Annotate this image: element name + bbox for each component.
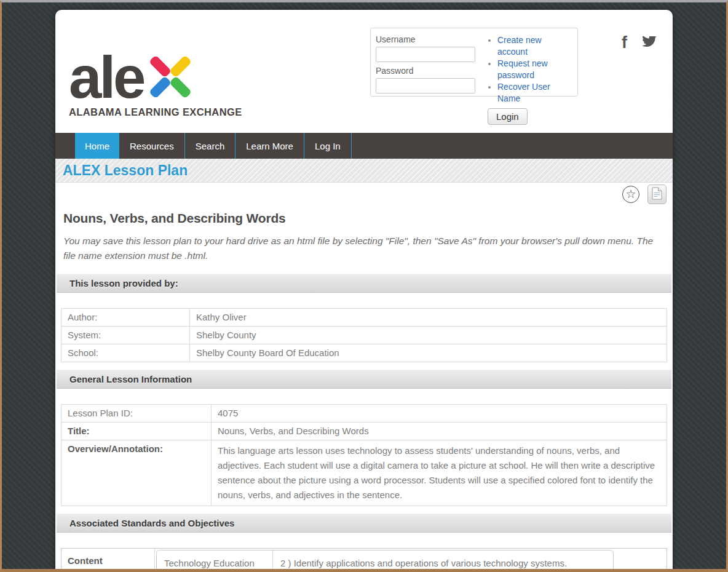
table-row: Overview/Annotation: This language arts … [61, 440, 667, 506]
overview-label: Overview/Annotation: [61, 440, 212, 506]
nav-item-search[interactable]: Search [184, 133, 235, 159]
system-value: Shelby County [190, 327, 667, 344]
section-heading-provided-by: This lesson provided by: [57, 274, 671, 293]
section-heading-standards: Associated Standards and Objectives [57, 514, 671, 533]
browser-viewport: ale ALABAMA LEARNING EXCHANGE Username [0, 0, 728, 572]
login-button[interactable]: Login [488, 108, 528, 125]
document-view-button[interactable] [647, 185, 667, 204]
username-input[interactable] [376, 47, 475, 62]
nav-item-learn-more[interactable]: Learn More [235, 133, 304, 159]
alex-logo-x-icon [149, 54, 191, 100]
star-icon: ☆ [625, 188, 636, 200]
favorite-star-button[interactable]: ☆ [622, 186, 639, 203]
logo-x-blue-bar [149, 76, 172, 98]
title-label: Title: [61, 423, 212, 440]
standards-table: Content Standard(s): Technology Educatio… [61, 548, 667, 572]
recover-username-link[interactable]: Recover User Name [497, 82, 550, 103]
overview-value: This language arts lesson uses technolog… [212, 440, 667, 506]
logo-x-yellow-bar [169, 55, 192, 77]
logo-x-red-bar [149, 55, 172, 77]
section-heading-general-info: General Lesson Information [57, 370, 671, 389]
lesson-plan-id-value: 4075 [212, 405, 667, 423]
table-row: Author: Kathy Oliver [61, 309, 667, 327]
username-label: Username [376, 34, 479, 44]
logo-tagline: ALABAMA LEARNING EXCHANGE [69, 106, 266, 118]
list-item: Request new password [497, 58, 572, 81]
alex-logo[interactable]: ale ALABAMA LEARNING EXCHANGE [69, 32, 266, 118]
list-item: Recover User Name [497, 81, 572, 105]
content-standard-label: Content Standard(s): [61, 549, 155, 572]
table-row: Lesson Plan ID: 4075 [61, 405, 667, 423]
nav-item-log-in[interactable]: Log In [304, 133, 352, 159]
title-value: Nouns, Verbs, and Describing Words [212, 423, 667, 440]
system-label: System: [61, 327, 190, 344]
facebook-icon[interactable]: f [622, 34, 627, 50]
nav-item-home[interactable]: Home [75, 133, 119, 159]
standard-text: 2 ) Identify applications and operations… [273, 550, 613, 572]
login-box: Username Password Create new account Req… [370, 28, 578, 97]
page-title: ALEX Lesson Plan [55, 159, 673, 183]
table-row: School: Shelby County Board Of Education [61, 344, 667, 362]
school-value: Shelby County Board Of Education [190, 344, 667, 362]
twitter-icon[interactable] [642, 36, 657, 49]
create-account-link[interactable]: Create new account [497, 35, 542, 57]
password-input[interactable] [376, 78, 475, 93]
general-info-table: Lesson Plan ID: 4075 Title: Nouns, Verbs… [61, 404, 667, 506]
standard-entry: Technology Education TC2 (2009) 2 ) Iden… [156, 550, 614, 572]
page-card: ale ALABAMA LEARNING EXCHANGE Username [55, 10, 673, 572]
social-icons: f [622, 34, 657, 50]
table-row: System: Shelby County [61, 327, 667, 344]
school-label: School: [61, 344, 190, 362]
alex-logo-text: ale [69, 55, 143, 101]
author-value: Kathy Oliver [190, 309, 667, 327]
author-label: Author: [61, 309, 190, 327]
document-icon [652, 187, 662, 202]
site-header: ale ALABAMA LEARNING EXCHANGE Username [55, 10, 673, 133]
standard-subject: Technology Education TC2 (2009) [157, 550, 273, 572]
request-password-link[interactable]: Request new password [497, 58, 548, 80]
login-links-list: Create new account Request new password … [488, 34, 572, 105]
main-nav: Home Resources Search Learn More Log In [55, 133, 673, 159]
logo-x-green-bar [169, 76, 192, 98]
save-instructions: You may save this lesson plan to your ha… [63, 234, 663, 263]
lesson-plan-id-label: Lesson Plan ID: [61, 405, 212, 423]
lesson-title: Nouns, Verbs, and Describing Words [63, 211, 665, 226]
nav-item-resources[interactable]: Resources [119, 133, 184, 159]
action-icons-row: ☆ [55, 183, 673, 210]
list-item: Create new account [497, 34, 572, 58]
table-row: Title: Nouns, Verbs, and Describing Word… [61, 423, 667, 440]
password-label: Password [376, 66, 479, 76]
provided-by-table: Author: Kathy Oliver System: Shelby Coun… [61, 308, 667, 362]
